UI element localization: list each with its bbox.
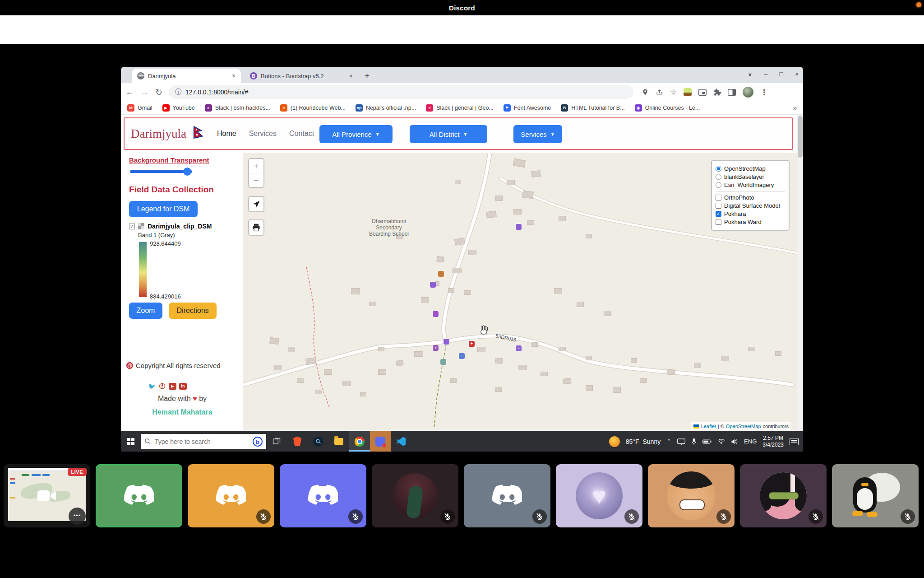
checkbox-icon[interactable]: ✓ [716,211,721,217]
tile-participant-tux[interactable] [832,464,919,527]
bookmark-item[interactable]: MGmail [127,104,152,112]
vscode-taskbar-icon[interactable] [391,431,411,452]
leaflet-link[interactable]: Leaflet [701,424,716,429]
close-button[interactable]: × [795,70,799,79]
search-app-taskbar-icon[interactable] [308,431,328,452]
weather-sun-icon[interactable] [609,436,620,447]
tile-screen-share[interactable]: •••LIVE [4,464,90,527]
overlay-layer-option[interactable]: OrthoPhoto [716,194,785,201]
map-poi[interactable]: ▪ [433,345,439,351]
new-tab-button[interactable]: + [365,71,370,81]
bing-icon[interactable]: b [253,437,263,447]
zoom-in-button[interactable]: + [249,159,263,173]
all-province-dropdown[interactable]: All Provience▼ [319,125,393,143]
reload-button[interactable]: ↻ [155,87,162,98]
map-poi[interactable] [440,359,446,365]
tile-participant-gray[interactable] [464,464,550,527]
nav-services[interactable]: Services [249,130,277,138]
tab-darimjyula[interactable]: Darimjyula × [132,69,241,83]
bookmark-item[interactable]: ⚑Font Awesome [504,104,551,112]
side-panel-icon[interactable] [728,89,736,96]
map-poi[interactable] [433,311,439,317]
base-layer-option[interactable]: blankBaselayer [716,173,785,180]
map-poi[interactable] [444,339,449,345]
browser-menu-icon[interactable]: ⋮ [760,88,768,97]
bookmark-item[interactable]: #Slack | general | Geo... [426,104,494,112]
tile-participant-nezuko[interactable] [740,464,827,527]
twitter-icon[interactable]: 🐦 [148,383,156,390]
share-icon[interactable] [656,89,663,96]
tile-participant-dark-anime[interactable] [372,464,458,527]
brave-taskbar-icon[interactable] [287,431,308,452]
picture-in-picture-icon[interactable] [698,89,707,96]
profile-avatar[interactable] [743,87,753,98]
youtube-icon[interactable]: ▶ [169,383,176,390]
checkbox-icon[interactable] [716,203,721,209]
extension-icon[interactable] [684,88,692,96]
address-bar[interactable]: ⓘ 127.0.0.1:8000/main/# [169,85,633,99]
speaker-icon[interactable] [731,438,738,445]
tab-bootstrap[interactable]: B Buttons - Bootstrap v5.2 × [245,69,358,83]
discord-taskbar-icon[interactable] [370,431,391,452]
map-poi[interactable]: ▪ [516,345,522,351]
bookmarks-overflow-icon[interactable]: » [793,104,797,112]
base-layer-option[interactable]: Esri_WorldImagery [716,182,785,188]
bookmark-item[interactable]: c(1) Roundcube Web... [280,104,346,112]
all-district-dropdown[interactable]: All District▼ [410,125,487,143]
nav-contact[interactable]: Contact [289,130,314,138]
services-dropdown[interactable]: Services▼ [513,125,562,143]
print-button[interactable] [248,219,264,236]
locate-button[interactable] [248,196,264,212]
site-brand[interactable]: Darimjyula [131,127,186,141]
start-button[interactable] [121,431,141,452]
bookmark-item[interactable]: npNepal's official .np... [356,104,416,112]
map-poi[interactable] [516,224,522,230]
chrome-taskbar-icon[interactable] [349,431,370,452]
dsm-layer-row[interactable]: ✓ Darimjyula_clip_DSM [129,223,241,230]
checkbox-icon[interactable] [716,219,721,225]
overlay-layer-option[interactable]: ✓Pokhara [716,210,785,217]
osm-link[interactable]: OpenStreetMap [726,424,761,429]
nav-home[interactable]: Home [217,130,236,138]
tray-chevron-icon[interactable]: ⌃ [666,438,671,445]
page-scrollbar[interactable] [797,115,803,431]
location-pin-icon[interactable] [642,89,649,96]
opacity-slider[interactable] [130,170,192,173]
radio-icon[interactable] [716,182,721,188]
file-explorer-taskbar-icon[interactable] [328,431,349,452]
weather-text[interactable]: 85°FSunny [626,438,661,445]
tab-search-chevron-icon[interactable]: ∨ [748,70,752,79]
action-center-icon[interactable] [790,438,799,445]
extensions-puzzle-icon[interactable] [713,89,721,96]
slider-thumb[interactable] [183,168,191,176]
cast-icon[interactable] [677,438,685,445]
directions-button[interactable]: Directions [169,303,217,319]
radio-icon[interactable] [716,166,721,172]
tab-close-icon[interactable]: × [231,72,236,79]
bookmark-star-icon[interactable]: ☆ [670,88,677,97]
author-link[interactable]: Hemant Mahatara [137,408,227,416]
facebook-icon[interactable]: ⓕ [158,383,166,390]
wifi-icon[interactable] [717,438,725,444]
zoom-button[interactable]: Zoom [129,303,162,319]
legend-dsm-button[interactable]: Legend for DSM [129,201,198,217]
map-poi[interactable] [438,271,444,277]
map-poi[interactable] [430,282,436,288]
tab-close-icon[interactable]: × [348,72,354,79]
mic-icon[interactable] [691,438,697,445]
tile-participant-heart[interactable]: ♥ [556,464,642,527]
task-view-button[interactable] [266,431,287,452]
zoom-out-button[interactable]: − [249,173,263,188]
tile-participant-orange[interactable] [188,464,274,527]
bookmark-item[interactable]: ▶YouTube [162,104,195,112]
forward-button[interactable]: → [140,87,149,97]
layer-checkbox[interactable]: ✓ [129,224,135,229]
linkedin-icon[interactable]: in [179,383,187,390]
tile-participant-luffy[interactable] [648,464,735,527]
site-info-icon[interactable]: ⓘ [175,88,181,96]
more-options-button[interactable]: ••• [69,508,86,525]
scrollbar-thumb[interactable] [798,116,803,158]
taskbar-search[interactable]: b [141,434,266,449]
tile-participant-blurple[interactable] [280,464,366,527]
tile-participant-green[interactable] [96,464,182,527]
